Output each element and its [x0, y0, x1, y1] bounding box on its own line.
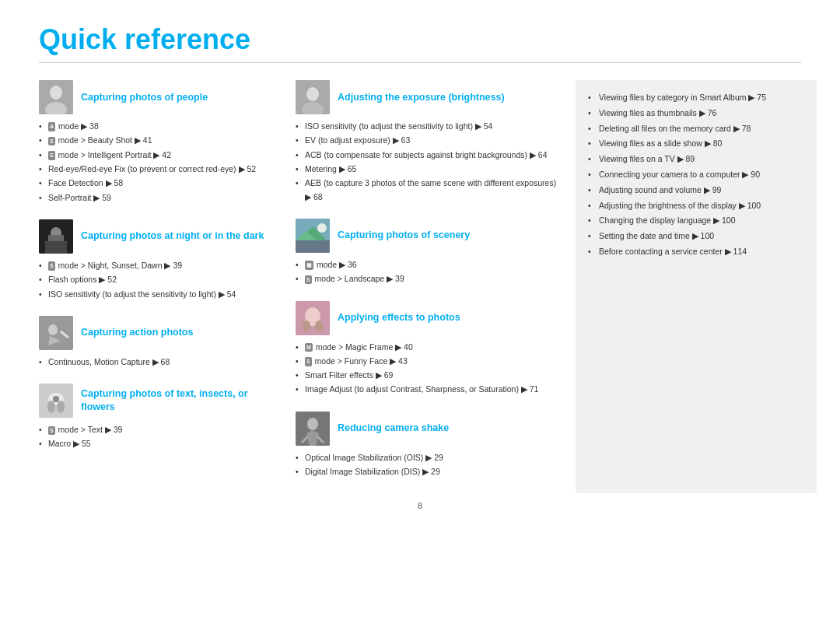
section-action-thumb: [39, 316, 73, 350]
svg-point-27: [315, 321, 323, 331]
list-item: Adjusting sound and volume ▶ 99: [588, 184, 804, 197]
section-people-header: Capturing photos of people: [39, 80, 280, 114]
list-item: Image Adjust (to adjust Contrast, Sharpn…: [296, 383, 560, 396]
list-item: ISO sensitivity (to adjust the sensitivi…: [39, 288, 280, 301]
section-effects-thumb: [296, 301, 330, 335]
section-scenery-header: Capturing photos of scenery: [296, 219, 560, 253]
page-title: Quick reference: [39, 23, 801, 56]
left-column: Capturing photos of people A mode ▶ 38 S…: [39, 80, 280, 493]
section-night-title: Capturing photos at night or in the dark: [81, 229, 264, 243]
section-text-thumb: [39, 384, 73, 418]
list-item: ▣ mode ▶ 36: [296, 258, 560, 271]
list-item: Viewing files as thumbnails ▶ 76: [588, 107, 804, 120]
list-item: Setting the date and time ▶ 100: [588, 229, 804, 243]
section-effects: Applying effects to photos M mode > Magi…: [296, 301, 560, 398]
right-column: Viewing files by category in Smart Album…: [576, 80, 817, 493]
section-scenery-title: Capturing photos of scenery: [338, 229, 470, 242]
svg-point-26: [303, 321, 310, 331]
section-effects-title: Applying effects to photos: [338, 311, 460, 324]
section-exposure-list: ISO sensitivity (to adjust the sensitivi…: [296, 120, 560, 204]
svg-point-1: [50, 86, 62, 100]
svg-point-23: [317, 223, 327, 233]
section-action-title: Capturing action photos: [81, 326, 193, 339]
section-exposure: Adjusting the exposure (brightness) ISO …: [296, 80, 560, 205]
section-scenery: Capturing photos of scenery ▣ mode ▶ 36 …: [296, 219, 560, 287]
list-item: Smart Filter effects ▶ 69: [296, 369, 560, 382]
section-shake-list: Optical Image Stabilization (OIS) ▶ 29 D…: [296, 451, 560, 479]
list-item: Macro ▶ 55: [39, 437, 280, 450]
list-item: Changing the display language ▶ 100: [588, 214, 804, 227]
section-night-header: Capturing photos at night or in the dark: [39, 219, 280, 254]
list-item: Viewing files on a TV ▶ 89: [588, 152, 804, 166]
svg-point-14: [57, 401, 65, 413]
page: Quick reference Capturing photos of peop…: [0, 0, 840, 634]
section-text: Capturing photos of text, insects, or fl…: [39, 384, 280, 452]
section-night-thumb: [39, 219, 73, 254]
section-exposure-header: Adjusting the exposure (brightness): [296, 80, 560, 114]
section-text-list: S mode > Text ▶ 39 Macro ▶ 55: [39, 423, 280, 451]
section-effects-header: Applying effects to photos: [296, 301, 560, 335]
section-text-header: Capturing photos of text, insects, or fl…: [39, 384, 280, 418]
page-number: 8: [39, 501, 801, 510]
list-item: Connecting your camera to a computer ▶ 9…: [588, 168, 804, 181]
title-divider: [39, 62, 801, 63]
list-item: Face Detection ▶ 58: [39, 177, 280, 190]
section-action-header: Capturing action photos: [39, 316, 280, 350]
main-grid: Capturing photos of people A mode ▶ 38 S…: [39, 80, 801, 493]
list-item: ACB (to compensate for subjects against …: [296, 149, 560, 162]
list-item: M mode > Magic Frame ▶ 40: [296, 341, 560, 354]
section-exposure-title: Adjusting the exposure (brightness): [338, 91, 505, 104]
section-action: Capturing action photos Continuous, Moti…: [39, 316, 280, 370]
section-people-thumb: [39, 80, 73, 114]
middle-column: Adjusting the exposure (brightness) ISO …: [296, 80, 560, 493]
list-item: Optical Image Stabilization (OIS) ▶ 29: [296, 451, 560, 464]
right-col-list: Viewing files by category in Smart Album…: [588, 91, 804, 258]
section-exposure-thumb: [296, 80, 330, 114]
list-item: ISO sensitivity (to adjust the sensitivi…: [296, 120, 560, 133]
list-item: S mode > Landscape ▶ 39: [296, 272, 560, 285]
svg-rect-6: [48, 235, 64, 241]
list-item: S mode > Beauty Shot ▶ 41: [39, 134, 280, 147]
section-scenery-thumb: [296, 219, 330, 253]
list-item: S mode > Text ▶ 39: [39, 423, 280, 436]
section-shake-title: Reducing camera shake: [338, 422, 449, 435]
section-shake: Reducing camera shake Optical Image Stab…: [296, 412, 560, 480]
svg-point-15: [53, 396, 59, 402]
svg-point-13: [47, 401, 55, 413]
section-effects-list: M mode > Magic Frame ▶ 40 S mode > Funny…: [296, 341, 560, 397]
list-item: S mode > Funny Face ▶ 43: [296, 355, 560, 368]
list-item: Digital Image Stabilization (DIS) ▶ 29: [296, 465, 560, 478]
section-people: Capturing photos of people A mode ▶ 38 S…: [39, 80, 280, 205]
section-action-list: Continuous, Motion Capture ▶ 68: [39, 356, 280, 369]
list-item: EV (to adjust exposure) ▶ 63: [296, 134, 560, 147]
svg-point-17: [306, 87, 319, 101]
list-item: Adjusting the brightness of the display …: [588, 199, 804, 212]
section-people-list: A mode ▶ 38 S mode > Beauty Shot ▶ 41 S …: [39, 120, 280, 205]
svg-point-8: [48, 324, 58, 335]
section-night: Capturing photos at night or in the dark…: [39, 219, 280, 302]
svg-rect-5: [45, 241, 67, 254]
list-item: Before contacting a service center ▶ 114: [588, 245, 804, 258]
list-item: Viewing files by category in Smart Album…: [588, 91, 804, 104]
list-item: Flash options ▶ 52: [39, 273, 280, 286]
list-item: Continuous, Motion Capture ▶ 68: [39, 356, 280, 369]
list-item: AEB (to capture 3 photos of the same sce…: [296, 177, 560, 204]
list-item: S mode > Night, Sunset, Dawn ▶ 39: [39, 259, 280, 272]
list-item: Viewing files as a slide show ▶ 80: [588, 137, 804, 150]
list-item: Self-Portrait ▶ 59: [39, 191, 280, 205]
list-item: S mode > Intelligent Portrait ▶ 42: [39, 149, 280, 162]
list-item: A mode ▶ 38: [39, 120, 280, 133]
section-night-list: S mode > Night, Sunset, Dawn ▶ 39 Flash …: [39, 259, 280, 301]
svg-point-29: [307, 418, 318, 430]
list-item: Red-eye/Red-eye Fix (to prevent or corre…: [39, 163, 280, 176]
section-shake-header: Reducing camera shake: [296, 412, 560, 446]
list-item: Metering ▶ 65: [296, 163, 560, 176]
section-scenery-list: ▣ mode ▶ 36 S mode > Landscape ▶ 39: [296, 258, 560, 286]
section-shake-thumb: [296, 412, 330, 446]
section-text-title: Capturing photos of text, insects, or fl…: [81, 387, 280, 414]
list-item: Deleting all files on the memory card ▶ …: [588, 122, 804, 135]
svg-rect-20: [296, 240, 330, 253]
section-people-title: Capturing photos of people: [81, 91, 208, 104]
